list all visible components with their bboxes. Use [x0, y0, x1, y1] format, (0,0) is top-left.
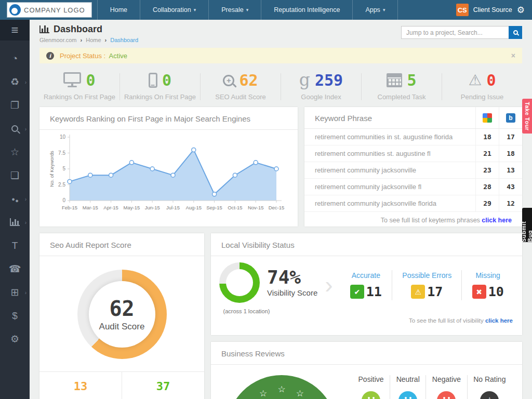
table-row[interactable]: retirement community jacksonville2313: [304, 162, 522, 179]
stat-top: 62: [223, 73, 258, 88]
divider: [392, 270, 392, 300]
table-row[interactable]: retirement communities st. augustine fl2…: [304, 145, 522, 162]
calendar-icon: [387, 73, 402, 87]
nav-item-home[interactable]: Home: [97, 0, 140, 20]
sidebar-item-phone[interactable]: ☎: [0, 257, 30, 281]
chevron-down-icon: ▾: [194, 7, 196, 12]
phone-icon: ☎: [9, 263, 21, 275]
mobile-icon: [149, 73, 157, 88]
sidebar-item-settings[interactable]: ⚙: [0, 327, 30, 351]
seo-audit-card: Seo Audit Report Score 62 Audit Score 13…: [39, 233, 204, 399]
top-navbar: COMPANY LOGO HomeCollaboration▾Presale▾R…: [0, 0, 532, 20]
svg-text:Oct-15: Oct-15: [228, 205, 243, 210]
svg-text:Sep-15: Sep-15: [206, 205, 222, 210]
stat-label: Google Index: [301, 93, 341, 101]
svg-text:No. of Keywords: No. of Keywords: [49, 151, 55, 187]
pages-icon: ❐: [10, 99, 19, 111]
gear-icon[interactable]: ⚙: [517, 5, 525, 16]
keyword-table-title: Keyword Phrase: [304, 107, 475, 128]
sidebar-item-star[interactable]: ☆: [0, 140, 30, 164]
warning-icon: ⚠: [411, 285, 425, 299]
breadcrumb-item-home[interactable]: Home: [77, 37, 101, 43]
nav-item-apps[interactable]: Apps▾: [352, 0, 398, 20]
audit-metrics: 13Domain strength37On-Page Optimization: [39, 371, 204, 399]
svg-text:5: 5: [62, 166, 65, 171]
zoom-plus-icon: [223, 75, 234, 86]
reviews-card-title: Business Reviews: [211, 342, 522, 365]
review-category-label: Positive: [358, 375, 384, 383]
dashboard-icon: ◔: [12, 53, 18, 64]
nav-item-label: Reputation Intelligence: [274, 6, 340, 14]
breadcrumb: Glenmoor.comHomeDashboard: [39, 37, 138, 43]
company-logo[interactable]: COMPANY LOGO: [7, 2, 92, 18]
info-icon: [46, 52, 54, 60]
sidebar-item-chart[interactable]: ›: [0, 210, 30, 234]
stat-value: 259: [315, 73, 343, 88]
visibility-item-value: 17: [427, 284, 443, 299]
take-tour-ribbon[interactable]: Take Tour: [522, 99, 532, 134]
svg-text:Apr-15: Apr-15: [103, 205, 118, 210]
main-content: Dashboard Glenmoor.comHomeDashboard Proj…: [30, 20, 532, 399]
review-category-label: Negative: [432, 375, 461, 383]
hamburger-menu-icon[interactable]: ≡: [0, 20, 30, 41]
search-input[interactable]: [401, 26, 522, 39]
breadcrumb-item-glenmoor-com[interactable]: Glenmoor.com: [39, 37, 77, 43]
nav-item-label: Home: [110, 6, 127, 14]
sidebar-item-users[interactable]: ●›: [0, 187, 30, 210]
sidebar-item-dollar[interactable]: $: [0, 304, 30, 327]
table-row[interactable]: retirement communities in st. augustine …: [304, 129, 522, 145]
keyword-phrase: retirement community jacksonville fl: [304, 179, 475, 195]
chevron-right-icon: ›: [25, 196, 26, 202]
visibility-item-value: 10: [488, 284, 504, 299]
client-source-badge[interactable]: CS: [456, 4, 469, 16]
sidebar: ≡ ◔♻›❐›☆❏●››T☎⊞›$⚙: [0, 20, 30, 399]
nav-item-collaboration[interactable]: Collaboration▾: [140, 0, 208, 20]
chevron-down-icon: ▾: [383, 7, 385, 12]
metric-value: 37: [122, 380, 204, 393]
sidebar-item-grid[interactable]: ⊞›: [0, 281, 30, 304]
bing-column-header: b: [499, 107, 522, 128]
visibility-click-here-link[interactable]: click here: [485, 317, 513, 324]
nav-item-label: Presale: [221, 6, 243, 14]
stat-label: Rankings On First Page: [124, 93, 196, 101]
stat-value: 0: [162, 73, 171, 88]
review-category-no-rating: No Rating☆: [473, 375, 506, 399]
close-icon[interactable]: ×: [511, 51, 515, 60]
sidebar-item-document[interactable]: ❏: [0, 164, 30, 187]
bing-rank: 17: [499, 129, 522, 145]
table-row[interactable]: retirement community jacksonville florid…: [304, 195, 522, 212]
footer-text: To see full list of keyterms phrases: [381, 217, 480, 224]
keywords-chart-card: Keywords Ranking on First Page in Major …: [39, 107, 298, 227]
nav-item-presale[interactable]: Presale▾: [208, 0, 261, 20]
star-icon: ☆: [277, 384, 285, 395]
audit-card-title: Seo Audit Report Score: [39, 233, 204, 256]
breadcrumb-item-dashboard[interactable]: Dashboard: [101, 37, 139, 43]
sidebar-item-dashboard[interactable]: ◔: [0, 47, 30, 70]
sidebar-item-search[interactable]: ›: [0, 117, 30, 140]
metric-on-page-optimization: 37On-Page Optimization: [122, 372, 204, 399]
svg-text:Feb-15: Feb-15: [62, 205, 77, 210]
chevron-down-icon: ▾: [246, 7, 249, 12]
visibility-item-row: ✔11: [350, 284, 382, 299]
sidebar-item-collaboration[interactable]: ♻›: [0, 70, 30, 94]
stat-top: 0: [63, 72, 95, 88]
cross-icon: ✖: [472, 285, 486, 299]
chart-title: Keywords Ranking on First Page in Major …: [39, 107, 298, 130]
divider: [467, 375, 468, 399]
keyword-phrase-card: Keyword Phrase b retirement communities …: [304, 107, 522, 227]
collaboration-icon: ♻: [10, 76, 19, 88]
sidebar-item-pages[interactable]: ❐: [0, 94, 30, 117]
svg-text:0: 0: [62, 197, 65, 203]
sidebar-item-text[interactable]: T: [0, 234, 30, 257]
svg-text:Dec-15: Dec-15: [269, 205, 285, 210]
stat-top: 0: [149, 73, 171, 88]
search-button[interactable]: [509, 26, 522, 39]
audit-score-value: 62: [109, 297, 134, 321]
nav-item-reputation-intelligence[interactable]: Reputation Intelligence: [261, 0, 352, 20]
svg-text:Jun-15: Jun-15: [145, 205, 160, 210]
stat-label: SEO Audit Score: [215, 93, 266, 101]
table-row[interactable]: retirement community jacksonville fl2843: [304, 179, 522, 195]
divider: [425, 375, 426, 399]
submit-bug-ribbon[interactable]: Submit Bug: [522, 208, 532, 242]
keyterms-click-here-link[interactable]: click here: [482, 217, 512, 224]
